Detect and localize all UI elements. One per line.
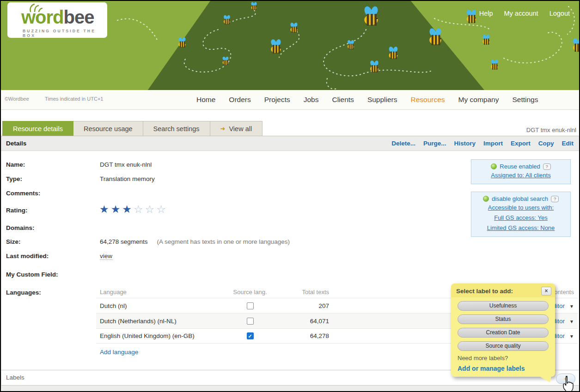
add-label-button[interactable]: + [556, 374, 575, 384]
source-lang-checkbox[interactable] [247, 302, 254, 309]
bee-icon [570, 38, 579, 52]
assigned-clients-link[interactable]: Assigned to: All clients [473, 171, 568, 180]
tab-label: View all [229, 125, 252, 133]
tab-label: Resource usage [84, 125, 133, 133]
source-lang-checkbox[interactable] [247, 318, 254, 325]
bee-icon [346, 40, 356, 49]
details-panel: Name: DGT tmx enuk-nlnl Type: Translatio… [1, 151, 579, 370]
chevron-down-icon[interactable]: ▼ [569, 304, 574, 309]
nav-item-orders[interactable]: Orders [229, 96, 250, 104]
add-language-link[interactable]: Add language [100, 349, 138, 356]
nav-item-clients[interactable]: Clients [332, 96, 354, 104]
help-link[interactable]: Help [479, 10, 493, 17]
main-nav-menu: Home Orders Projects Jobs Clients Suppli… [196, 90, 538, 109]
logo-bee: bee [64, 7, 94, 27]
details-title: Details [6, 140, 26, 147]
global-search-panel: disable global search ? Accessible to us… [471, 192, 571, 237]
tab-label: Resource details [13, 125, 63, 133]
language-name: English (United Kingdom) (en-GB) [96, 332, 229, 339]
bee-icon [464, 9, 479, 23]
size-label: Size: [6, 238, 21, 245]
gs-limited-access-link[interactable]: Limited GS access: None [473, 224, 568, 233]
history-button[interactable]: History [454, 140, 476, 147]
arrow-right-icon: ➜ [220, 125, 226, 132]
language-name: Dutch (nl) [96, 302, 229, 309]
bee-icon [368, 60, 381, 72]
copyright-text: ©Wordbee [5, 96, 29, 102]
nav-item-jobs[interactable]: Jobs [304, 96, 319, 104]
bee-icon [221, 56, 230, 65]
total-texts-value: 64,071 [271, 318, 331, 325]
help-icon[interactable]: ? [543, 163, 551, 170]
nav-item-suppliers[interactable]: Suppliers [367, 96, 397, 104]
details-action-bar: Details Delete... Purge... History Impor… [1, 136, 579, 151]
chevron-down-icon[interactable]: ▼ [569, 334, 574, 339]
purge-button[interactable]: Purge... [423, 140, 446, 147]
bee-icon [250, 2, 258, 10]
edit-button[interactable]: Edit [562, 140, 574, 147]
tab-label: Search settings [153, 125, 200, 133]
rating-stars[interactable]: ★★★☆☆☆ [99, 203, 168, 216]
nav-item-resources[interactable]: Resources [411, 96, 445, 104]
delete-button[interactable]: Delete... [391, 140, 415, 147]
col-total-texts: Total texts [271, 289, 331, 296]
export-button[interactable]: Export [511, 140, 531, 147]
gs-access-link[interactable]: Accessible to users with: [473, 204, 568, 212]
bee-icon [177, 37, 188, 48]
nav-item-home[interactable]: Home [196, 96, 215, 104]
wordbee-logo[interactable]: wordbee BUZZING OUTSIDE THE BOX [7, 2, 107, 38]
bee-icon [481, 34, 492, 45]
bee-icon [222, 15, 232, 24]
comments-label: Comments: [6, 190, 40, 197]
wordbee-resource-details-page: wordbee BUZZING OUTSIDE THE BOX Help My … [0, 0, 580, 392]
logo-text: wordbee [21, 8, 94, 26]
account-links: Help My account Logout [479, 10, 570, 17]
type-label: Type: [6, 175, 22, 182]
label-option-source-quality[interactable]: Source quality [458, 341, 549, 351]
import-button[interactable]: Import [483, 140, 503, 147]
size-segments: 64,278 segments [100, 238, 148, 245]
logout-link[interactable]: Logout [549, 10, 570, 17]
nav-item-projects[interactable]: Projects [264, 96, 290, 104]
gs-full-access-link[interactable]: Full GS access: Yes [473, 214, 568, 223]
reuse-status-text: Reuse enabled [500, 163, 540, 170]
footer-strip [1, 385, 579, 391]
help-icon[interactable]: ? [551, 196, 559, 202]
add-or-manage-labels-link[interactable]: Add or manage labels [458, 365, 549, 372]
details-actions: Delete... Purge... History Import Export… [391, 140, 574, 147]
reuse-panel: Reuse enabled ? Assigned to: All clients [471, 159, 571, 184]
tab-resource-details[interactable]: Resource details [2, 121, 73, 136]
my-account-link[interactable]: My account [504, 10, 538, 17]
size-note: (A segment has texts in one or more lang… [157, 238, 290, 245]
close-icon[interactable]: × [541, 287, 551, 296]
view-link[interactable]: view [100, 253, 112, 260]
bee-icon [489, 59, 500, 70]
gs-status-text: disable global search [492, 195, 548, 202]
col-source-lang: Source lang. [229, 289, 271, 296]
bee-icon [288, 22, 299, 33]
name-label: Name: [6, 161, 25, 168]
copy-button[interactable]: Copy [538, 140, 554, 147]
bee-icon [360, 6, 382, 26]
col-language: Language [96, 289, 229, 296]
label-option-usefulness[interactable]: Usefulness [458, 301, 549, 311]
tab-resource-usage[interactable]: Resource usage [73, 121, 143, 136]
resource-tab-strip: Resource details Resource usage Search s… [1, 110, 579, 136]
bee-icon [426, 28, 445, 45]
source-lang-checkbox[interactable]: ✓ [247, 332, 254, 339]
chevron-down-icon[interactable]: ▼ [569, 319, 574, 324]
resource-tabs: Resource details Resource usage Search s… [2, 121, 263, 136]
tab-view-all[interactable]: ➜View all [210, 121, 263, 136]
type-value: Translation memory [100, 175, 155, 182]
languages-label: Languages: [6, 289, 41, 296]
status-green-icon [483, 196, 489, 202]
nav-item-my-company[interactable]: My company [458, 96, 499, 104]
main-navigation-bar: ©Wordbee Times indicated in UTC+1 Home O… [1, 90, 579, 110]
last-modified-label: Last modified: [6, 253, 49, 259]
label-option-status[interactable]: Status [458, 314, 549, 324]
nav-item-settings[interactable]: Settings [512, 96, 538, 104]
popup-header: Select label to add: × [451, 283, 555, 297]
tab-search-settings[interactable]: Search settings [143, 121, 210, 136]
label-option-creation-date[interactable]: Creation Date [458, 328, 549, 338]
total-texts-value: 207 [271, 302, 331, 309]
